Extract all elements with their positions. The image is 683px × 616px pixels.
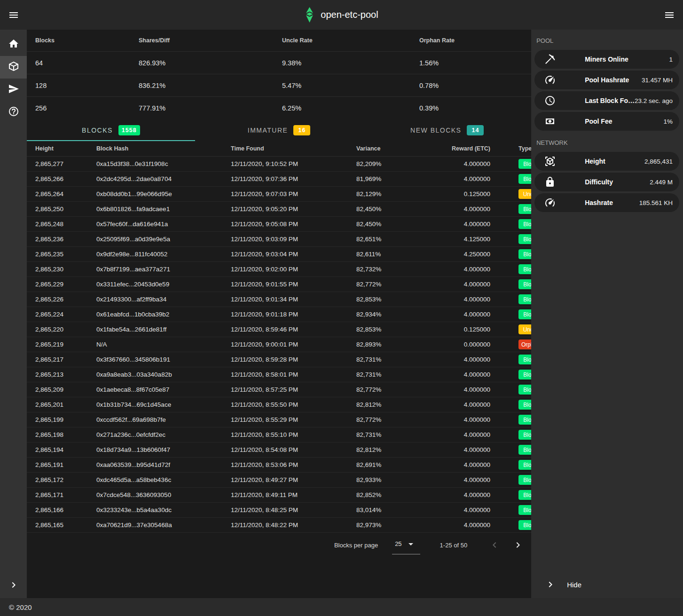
rail-item-home[interactable] bbox=[0, 33, 27, 56]
tab-count-badge: 16 bbox=[293, 125, 310, 135]
cell-variance: 82,934% bbox=[356, 311, 449, 318]
stats-row: 128836.21%5.47%0.78% bbox=[27, 74, 531, 97]
table-row: 2,865,219N/A12/11/2020, 9:00:01 PM82,893… bbox=[27, 337, 531, 352]
hide-sidebar-button[interactable]: Hide bbox=[531, 571, 683, 598]
table-row: 2,865,1990xccdf562f...69a698b7fe12/11/20… bbox=[27, 412, 531, 427]
clock-icon bbox=[544, 95, 570, 106]
cell-height: 2,865,226 bbox=[35, 296, 96, 303]
table-row: 2,865,2480x57fec60f...da616e941a12/11/20… bbox=[27, 217, 531, 232]
next-page-button[interactable] bbox=[512, 539, 524, 551]
prev-page-button[interactable] bbox=[489, 539, 500, 551]
cell-reward: 4.000000 bbox=[449, 506, 490, 513]
menu-toggle-right[interactable] bbox=[656, 0, 683, 30]
rail-expand-button[interactable] bbox=[0, 579, 27, 591]
cell-height: 2,865,219 bbox=[35, 341, 96, 348]
cell-time-found: 12/11/2020, 8:49:27 PM bbox=[231, 476, 356, 483]
blocks-header-cell: Height bbox=[35, 145, 96, 152]
tab-immature[interactable]: IMMATURE16 bbox=[195, 119, 363, 141]
cell-variance: 82,772% bbox=[356, 386, 449, 393]
tab-label: IMMATURE bbox=[248, 126, 288, 134]
cell-time-found: 12/11/2020, 8:48:22 PM bbox=[231, 521, 356, 529]
cell-time-found: 12/11/2020, 8:49:11 PM bbox=[231, 491, 356, 498]
cell-time-found: 12/11/2020, 8:48:25 PM bbox=[231, 506, 356, 513]
cell-variance: 82,731% bbox=[356, 371, 449, 378]
cell-reward: 4.000000 bbox=[449, 296, 490, 303]
cell-reward: 0.000000 bbox=[449, 341, 490, 348]
section-title-pool: POOL bbox=[531, 30, 683, 49]
cell-time-found: 12/11/2020, 9:01:34 PM bbox=[231, 296, 356, 303]
stats-row: 64826.93%9.38%1.56% bbox=[27, 52, 531, 74]
cell-reward: 4.125000 bbox=[449, 236, 490, 243]
cell-height: 2,865,209 bbox=[35, 386, 96, 393]
cell-block-hash: 0xaa063539...b95d41d72f bbox=[96, 461, 231, 468]
blocks-header-cell: Time Found bbox=[231, 145, 356, 152]
stat-value: 2.449 M bbox=[650, 179, 673, 186]
cell-time-found: 12/11/2020, 8:59:46 PM bbox=[231, 326, 356, 333]
cell-reward: 4.000000 bbox=[449, 476, 490, 483]
cell-height: 2,865,264 bbox=[35, 190, 96, 197]
per-page-select[interactable]: 25 bbox=[392, 536, 420, 554]
cell-height: 2,865,171 bbox=[35, 491, 96, 498]
section-title-network: NETWORK bbox=[531, 132, 683, 151]
stats-cell: 777.91% bbox=[139, 104, 282, 112]
cell-time-found: 12/11/2020, 9:02:00 PM bbox=[231, 266, 356, 273]
cell-height: 2,865,217 bbox=[35, 356, 96, 363]
cell-reward: 4.000000 bbox=[449, 491, 490, 498]
left-rail bbox=[0, 30, 27, 598]
cell-variance: 82,893% bbox=[356, 341, 449, 348]
cell-variance: 82,812% bbox=[356, 446, 449, 453]
rail-item-payments[interactable] bbox=[0, 79, 27, 101]
menu-toggle-left[interactable] bbox=[0, 0, 27, 30]
table-row: 2,865,1940x18d734a9...13b6060f4712/11/20… bbox=[27, 442, 531, 458]
cell-variance: 81,969% bbox=[356, 175, 449, 182]
stat-pill: Pool Fee1% bbox=[534, 112, 679, 131]
cash-icon bbox=[544, 116, 570, 127]
cell-variance: 82,772% bbox=[356, 416, 449, 423]
pagination-bar: Blocks per page 25 1-25 of 50 bbox=[27, 533, 531, 557]
cell-time-found: 12/11/2020, 8:54:08 PM bbox=[231, 446, 356, 453]
tab-count-badge: 14 bbox=[467, 125, 484, 135]
sidebar-sections: POOLMiners Online1Pool Hashrate31.457 MH… bbox=[531, 30, 683, 213]
stats-cell: 256 bbox=[35, 104, 139, 112]
cell-block-hash: 0x61eabfcd...1b0cba39b2 bbox=[96, 311, 231, 318]
cell-reward: 4.000000 bbox=[449, 356, 490, 363]
lock-icon bbox=[544, 176, 570, 188]
rail-item-help[interactable] bbox=[0, 101, 27, 124]
cell-block-hash: 0x57fec60f...da616e941a bbox=[96, 221, 231, 228]
cell-time-found: 12/11/2020, 8:57:25 PM bbox=[231, 386, 356, 393]
table-row: 2,865,2770xa15d3f38...0e31f1908c12/11/20… bbox=[27, 157, 531, 172]
stat-value: 185.561 KH bbox=[639, 199, 673, 206]
cell-time-found: 12/11/2020, 9:01:18 PM bbox=[231, 311, 356, 318]
table-row: 2,865,2660x2dc4295d...2dae0a870412/11/20… bbox=[27, 172, 531, 187]
stats-cell: 5.47% bbox=[282, 82, 419, 89]
tab-new-blocks[interactable]: NEW BLOCKS14 bbox=[363, 119, 531, 141]
cell-reward: 0.125000 bbox=[449, 190, 490, 197]
cell-time-found: 12/11/2020, 8:55:50 PM bbox=[231, 401, 356, 408]
table-row: 2,865,2010x1b31b734...69c1d45ace12/11/20… bbox=[27, 397, 531, 412]
stat-label: Hashrate bbox=[585, 199, 613, 206]
cell-block-hash: 0x1aebeca8...8f67c05e87 bbox=[96, 386, 231, 393]
cell-time-found: 12/11/2020, 9:10:52 PM bbox=[231, 160, 356, 167]
stats-cell: 1.56% bbox=[419, 59, 531, 67]
tab-blocks[interactable]: BLOCKS1558 bbox=[27, 119, 195, 141]
stats-header-cell: Uncle Rate bbox=[282, 37, 419, 44]
hide-label: Hide bbox=[567, 581, 581, 589]
rail-item-blocks[interactable] bbox=[0, 56, 27, 79]
cell-height: 2,865,220 bbox=[35, 326, 96, 333]
cell-reward: 0.125000 bbox=[449, 326, 490, 333]
stats-cell: 128 bbox=[35, 82, 139, 89]
cell-block-hash: 0x1fabe54a...2661de81ff bbox=[96, 326, 231, 333]
blocks-table-header: HeightBlock HashTime FoundVarianceReward… bbox=[27, 141, 531, 157]
cell-block-hash: 0xdc465d5a...a58beb436c bbox=[96, 476, 231, 483]
cell-variance: 82,732% bbox=[356, 266, 449, 273]
menu-icon bbox=[8, 9, 19, 21]
chevron-right-icon bbox=[8, 579, 19, 591]
cell-block-hash: 0x271a236c...0efcfdf2ec bbox=[96, 431, 231, 438]
cell-height: 2,865,235 bbox=[35, 251, 96, 258]
help-icon bbox=[8, 106, 19, 119]
cell-time-found: 12/11/2020, 8:55:10 PM bbox=[231, 431, 356, 438]
cell-block-hash: 0x7cdce548...3636093050 bbox=[96, 491, 231, 498]
cell-reward: 4.000000 bbox=[449, 431, 490, 438]
cell-block-hash: 0x18d734a9...13b6060f47 bbox=[96, 446, 231, 453]
blocks-table-body: 2,865,2770xa15d3f38...0e31f1908c12/11/20… bbox=[27, 157, 531, 533]
